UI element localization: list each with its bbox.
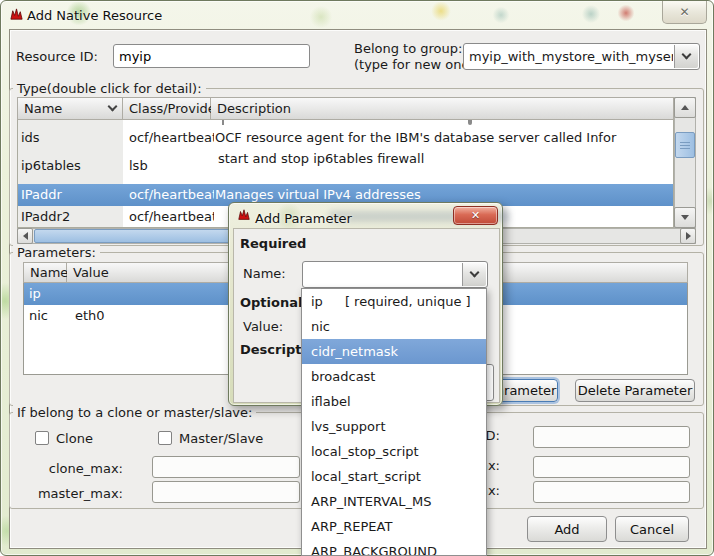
- dropdown-item-arp-interval-ms[interactable]: ARP_INTERVAL_MS: [302, 489, 486, 514]
- param-name-combobox[interactable]: [302, 261, 488, 288]
- group-combobox[interactable]: myip_with_mystore_with_myserv: [463, 43, 700, 70]
- chevron-down-icon: [470, 268, 480, 278]
- clone-max-field[interactable]: [152, 456, 300, 478]
- heartbeat-app-icon: [237, 208, 251, 222]
- param-value-label: Value:: [243, 319, 283, 334]
- group-combobox-value: myip_with_mystore_with_myserv: [469, 49, 673, 64]
- add-button[interactable]: Add: [527, 516, 607, 542]
- clone-node-max-input[interactable]: [534, 457, 689, 477]
- dropdown-item-nic[interactable]: nic: [302, 314, 486, 339]
- dialog-title: Add Parameter: [255, 211, 352, 226]
- sort-chevron-icon: [108, 102, 118, 112]
- chevron-down-icon: [682, 50, 692, 60]
- dropdown-item-local-stop-script[interactable]: local_stop_script: [302, 439, 486, 464]
- cancel-button[interactable]: Cancel: [615, 516, 689, 542]
- clone-max-input[interactable]: [153, 457, 299, 477]
- clone-groupbox-label: If belong to a clone or master/slave:: [13, 405, 256, 420]
- type-column-header-description[interactable]: Description: [211, 97, 674, 120]
- parameters-groupbox-label: Parameters:: [13, 245, 100, 260]
- close-icon[interactable]: ✕: [662, 1, 707, 24]
- dropdown-item-local-start-script[interactable]: local_start_script: [302, 464, 486, 489]
- dropdown-item-arp-repeat[interactable]: ARP_REPEAT: [302, 514, 486, 539]
- group-label-line1: Belong to group:: [354, 41, 462, 56]
- group-label-line2: (type for new one): [354, 57, 475, 72]
- param-name-dropdown-list: ip [ required, unique ] nic cidr_netmask…: [301, 288, 487, 556]
- resource-id-label: Resource ID:: [16, 49, 98, 64]
- delete-parameter-button[interactable]: Delete Parameter: [575, 379, 695, 402]
- table-row-ids[interactable]: ids ocf/heartbeat OCF resource agent for…: [18, 127, 673, 149]
- type-groupbox-label: Type(double click for detail):: [13, 81, 206, 96]
- dropdown-item-lvs-support[interactable]: lvs_support: [302, 414, 486, 439]
- dropdown-item-cidr-netmask-highlighted[interactable]: cidr_netmask: [302, 339, 486, 364]
- triangle-down-icon: [681, 215, 689, 220]
- window-title: Add Native Resource: [27, 8, 162, 23]
- triangle-right-icon: [686, 232, 691, 240]
- dropdown-item-ip[interactable]: ip [ required, unique ]: [302, 289, 486, 314]
- master-slave-checkbox[interactable]: [158, 431, 172, 445]
- clipped-row-fragment: [222, 120, 224, 125]
- heartbeat-app-icon: [9, 7, 24, 22]
- type-column-header-name[interactable]: Name: [17, 97, 123, 120]
- master-node-max-field[interactable]: [533, 481, 690, 503]
- clone-node-max-field[interactable]: [533, 456, 690, 478]
- title-bar[interactable]: Add Native Resource ✕: [1, 1, 714, 29]
- resource-id-input[interactable]: [114, 45, 309, 67]
- optional-section-label: Optional: [240, 295, 302, 310]
- master-node-max-input[interactable]: [534, 482, 689, 502]
- master-slave-checkbox-label: Master/Slave: [179, 431, 263, 446]
- scroll-up-button[interactable]: [674, 97, 696, 118]
- triangle-left-icon: [23, 232, 28, 240]
- param-name-label: Name:: [243, 266, 286, 281]
- resource-id-field[interactable]: [113, 44, 310, 68]
- required-section-label: Required: [240, 236, 306, 251]
- param-name-dropdown-button[interactable]: [462, 263, 486, 286]
- vscrollbar-thumb[interactable]: [675, 132, 695, 158]
- type-column-header-class[interactable]: Class/Provider: [123, 97, 211, 120]
- master-max-field[interactable]: [152, 481, 300, 503]
- clone-id-input[interactable]: [534, 427, 689, 447]
- clone-id-field[interactable]: [533, 426, 690, 448]
- dialog-close-icon[interactable]: ✕: [453, 206, 498, 225]
- group-combobox-dropdown-button[interactable]: [674, 45, 698, 68]
- dropdown-item-iflabel[interactable]: iflabel: [302, 389, 486, 414]
- clone-checkbox-label: Clone: [56, 431, 93, 446]
- param-column-header-name[interactable]: Name: [23, 262, 67, 283]
- master-max-label: master_max:: [20, 486, 123, 501]
- table-row-ip6tables[interactable]: ip6tables lsb start and stop ip6tables f…: [18, 149, 673, 184]
- clone-checkbox[interactable]: [35, 431, 49, 445]
- triangle-up-icon: [681, 105, 689, 110]
- dropdown-item-arp-background[interactable]: ARP_BACKGROUND: [302, 539, 486, 556]
- scroll-left-button[interactable]: [17, 228, 33, 244]
- scroll-down-button[interactable]: [674, 207, 696, 228]
- scroll-right-button[interactable]: [680, 228, 696, 244]
- master-max-input[interactable]: [153, 482, 299, 502]
- dropdown-item-broadcast[interactable]: broadcast: [302, 364, 486, 389]
- clone-max-label: clone_max:: [20, 461, 123, 476]
